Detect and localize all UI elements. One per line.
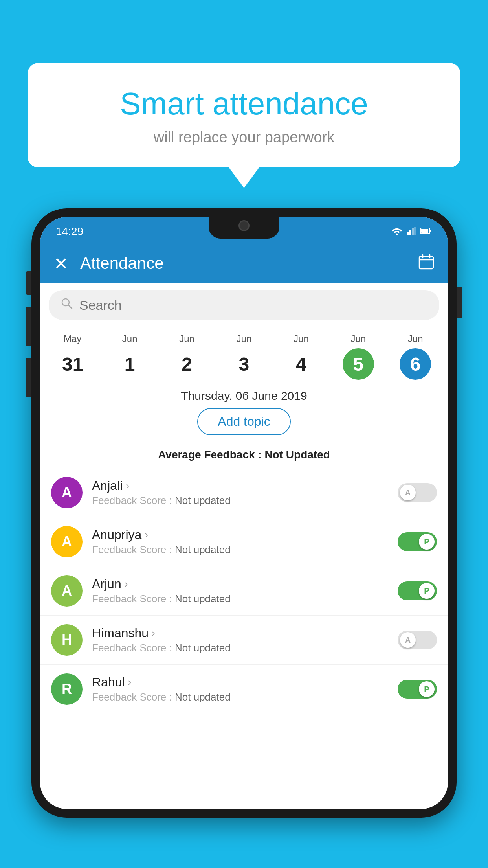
calendar-day[interactable]: Jun4: [273, 333, 330, 380]
student-feedback: Feedback Score : Not updated: [92, 544, 398, 556]
student-name: Arjun ›: [92, 577, 398, 591]
cal-date-number[interactable]: 6: [400, 348, 431, 380]
volume-up-button: [26, 271, 31, 295]
calendar-day[interactable]: May31: [44, 333, 101, 380]
svg-rect-2: [409, 230, 411, 235]
toggle-knob: P: [419, 681, 435, 697]
student-name: Himanshu ›: [92, 626, 398, 640]
cal-month-label: Jun: [237, 333, 252, 344]
phone-camera: [238, 220, 250, 231]
calendar-day[interactable]: Jun5: [330, 333, 387, 380]
student-avatar: R: [51, 673, 83, 705]
phone-screen: 14:29: [40, 217, 448, 809]
average-feedback: Average Feedback : Not Updated: [40, 449, 448, 461]
toggle-switch[interactable]: P: [398, 680, 437, 699]
toggle-knob: A: [400, 632, 416, 648]
student-name: Rahul ›: [92, 675, 398, 690]
svg-rect-4: [414, 227, 416, 235]
toggle-knob: A: [400, 485, 416, 500]
calendar-day[interactable]: Jun2: [158, 333, 215, 380]
student-avatar: A: [51, 575, 83, 607]
cal-month-label: Jun: [294, 333, 309, 344]
student-avatar: H: [51, 624, 83, 656]
attendance-toggle[interactable]: P: [398, 680, 437, 699]
feedback-value: Not Updated: [264, 449, 330, 461]
student-avatar: A: [51, 526, 83, 557]
status-time: 14:29: [56, 225, 83, 238]
speech-bubble-title: Smart attendance: [47, 86, 441, 121]
student-item[interactable]: RRahul ›Feedback Score : Not updatedP: [40, 665, 448, 714]
cal-month-label: Jun: [122, 333, 138, 344]
cal-month-label: Jun: [350, 333, 366, 344]
status-icons: [391, 227, 432, 236]
cal-date-number[interactable]: 1: [114, 348, 145, 380]
chevron-icon: ›: [145, 529, 148, 541]
student-name: Anjali ›: [92, 478, 398, 493]
toggle-knob: P: [419, 583, 435, 599]
selected-date-info: Thursday, 06 June 2019: [40, 380, 448, 408]
student-name: Anupriya ›: [92, 528, 398, 542]
student-item[interactable]: AAnupriya ›Feedback Score : Not updatedP: [40, 517, 448, 566]
feedback-label: Average Feedback :: [158, 449, 264, 461]
svg-rect-6: [421, 229, 428, 233]
silent-button: [26, 358, 31, 397]
chevron-icon: ›: [128, 676, 132, 688]
toggle-switch[interactable]: P: [398, 581, 437, 600]
cal-date-number[interactable]: 31: [57, 348, 88, 380]
calendar-day[interactable]: Jun1: [101, 333, 158, 380]
attendance-toggle[interactable]: P: [398, 532, 437, 551]
cal-month-label: Jun: [408, 333, 423, 344]
selected-date-text: Thursday, 06 June 2019: [44, 389, 444, 403]
cal-date-number[interactable]: 3: [228, 348, 260, 380]
add-topic-button[interactable]: Add topic: [197, 408, 290, 435]
cal-month-label: May: [64, 333, 81, 344]
app-bar: ✕ Attendance: [40, 244, 448, 283]
student-feedback: Feedback Score : Not updated: [92, 495, 398, 507]
svg-rect-7: [430, 230, 431, 232]
search-input[interactable]: [79, 298, 427, 313]
battery-icon: [420, 227, 432, 236]
chevron-icon: ›: [152, 627, 155, 639]
calendar-week: May31Jun1Jun2Jun3Jun4Jun5Jun6: [40, 327, 448, 380]
svg-line-13: [68, 305, 72, 309]
toggle-switch[interactable]: A: [398, 483, 437, 502]
wifi-icon: [391, 227, 402, 236]
student-item[interactable]: HHimanshu ›Feedback Score : Not updatedA: [40, 616, 448, 665]
attendance-toggle[interactable]: P: [398, 581, 437, 600]
close-button[interactable]: ✕: [54, 254, 68, 274]
calendar-icon[interactable]: [418, 254, 434, 273]
speech-bubble: Smart attendance will replace your paper…: [28, 63, 460, 167]
phone-frame: 14:29: [31, 208, 457, 868]
search-icon: [61, 297, 73, 313]
student-feedback: Feedback Score : Not updated: [92, 593, 398, 605]
attendance-toggle[interactable]: A: [398, 631, 437, 649]
volume-down-button: [26, 307, 31, 346]
chevron-icon: ›: [126, 480, 129, 492]
svg-point-0: [396, 234, 398, 235]
svg-rect-8: [419, 256, 433, 269]
signal-icon: [407, 227, 416, 236]
student-feedback: Feedback Score : Not updated: [92, 691, 398, 703]
toggle-switch[interactable]: A: [398, 631, 437, 649]
attendance-toggle[interactable]: A: [398, 483, 437, 502]
calendar-day[interactable]: Jun6: [387, 333, 444, 380]
student-avatar: A: [51, 477, 83, 508]
svg-rect-1: [407, 232, 409, 235]
speech-bubble-subtitle: will replace your paperwork: [47, 129, 441, 146]
chevron-icon: ›: [125, 578, 128, 590]
app-title: Attendance: [80, 254, 418, 273]
power-button: [457, 287, 462, 318]
calendar-day[interactable]: Jun3: [215, 333, 272, 380]
student-feedback: Feedback Score : Not updated: [92, 642, 398, 654]
students-list: AAnjali ›Feedback Score : Not updatedAAA…: [40, 468, 448, 809]
toggle-switch[interactable]: P: [398, 532, 437, 551]
student-item[interactable]: AAnjali ›Feedback Score : Not updatedA: [40, 468, 448, 517]
toggle-knob: P: [419, 534, 435, 550]
cal-date-number[interactable]: 2: [171, 348, 203, 380]
svg-rect-3: [412, 228, 414, 235]
cal-date-number[interactable]: 5: [343, 348, 374, 380]
search-bar[interactable]: [49, 290, 439, 320]
cal-month-label: Jun: [179, 333, 194, 344]
student-item[interactable]: AArjun ›Feedback Score : Not updatedP: [40, 566, 448, 616]
cal-date-number[interactable]: 4: [285, 348, 317, 380]
